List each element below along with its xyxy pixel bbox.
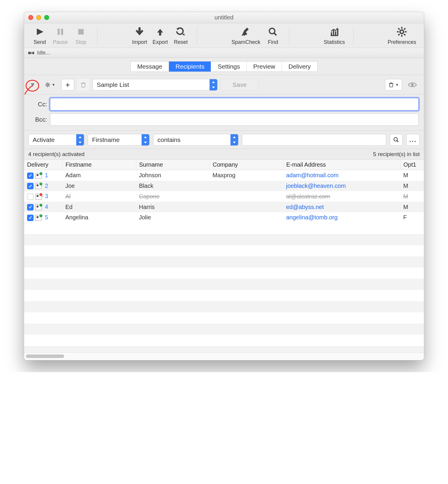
table-row[interactable]: 3AlCaponeal@alcatraz.comM xyxy=(24,191,424,202)
stop-button[interactable]: Stop xyxy=(71,25,91,45)
tab-preview[interactable]: Preview xyxy=(247,62,282,72)
surname-cell: Jolie xyxy=(136,212,210,223)
svg-point-10 xyxy=(411,83,414,86)
company-cell xyxy=(210,202,283,212)
opt1-cell: M xyxy=(400,191,424,202)
opt1-cell: M xyxy=(400,181,424,191)
filter-op-select[interactable]: contains xyxy=(153,134,238,146)
list-name-select[interactable]: Sample List xyxy=(92,79,218,91)
row-number: 2 xyxy=(44,183,51,189)
svg-point-9 xyxy=(47,84,49,86)
add-list-button[interactable]: ＋ xyxy=(61,79,74,91)
contact-status-icon xyxy=(35,173,42,179)
cc-label: Cc: xyxy=(29,101,50,108)
cc-input[interactable] xyxy=(50,98,419,110)
email-cell[interactable]: joeblack@heaven.com xyxy=(283,181,400,191)
contact-status-icon xyxy=(35,183,42,189)
contact-status-icon xyxy=(35,215,42,221)
delivery-checkbox[interactable] xyxy=(27,204,34,210)
company-cell xyxy=(210,191,283,202)
email-cell[interactable]: al@alcatraz.com xyxy=(283,191,400,202)
play-icon xyxy=(35,25,45,39)
chart-icon xyxy=(329,25,339,39)
company-cell xyxy=(210,181,283,191)
recipients-table: DeliveryFirstnameSurnameCompanyE-mail Ad… xyxy=(24,160,424,223)
spamcheck-button[interactable]: SpamCheck xyxy=(229,25,263,45)
tab-delivery[interactable]: Delivery xyxy=(282,62,317,72)
svg-rect-1 xyxy=(61,29,63,35)
filter-more-button[interactable]: ... xyxy=(406,134,420,146)
titlebar: untitled xyxy=(24,12,424,23)
send-button[interactable]: Send xyxy=(29,25,50,45)
table-row[interactable]: 5AngelinaJolieangelina@tomb.orgF xyxy=(24,212,424,223)
toolbar-separator xyxy=(289,27,289,44)
row-number: 3 xyxy=(44,193,51,200)
status-text: Idle... xyxy=(37,50,50,56)
refresh-icon xyxy=(176,25,185,39)
horizontal-scrollbar[interactable] xyxy=(24,352,424,360)
preferences-button[interactable]: Preferences xyxy=(385,25,419,45)
scroll-thumb[interactable] xyxy=(26,354,64,358)
trash-dropdown-button[interactable]: ▼ xyxy=(385,79,402,91)
email-cell[interactable]: angelina@tomb.org xyxy=(283,212,400,223)
table-row[interactable]: 1AdamJohnsonMaxprogadam@hotmail.comM xyxy=(24,170,424,181)
tab-settings[interactable]: Settings xyxy=(211,62,247,72)
svg-point-11 xyxy=(394,137,397,141)
apply-filter-button[interactable] xyxy=(390,134,403,146)
arrow-down-icon xyxy=(135,25,144,39)
surname-cell: Black xyxy=(136,181,210,191)
delete-list-button[interactable] xyxy=(77,79,89,91)
column-header[interactable]: Company xyxy=(210,160,283,170)
svg-rect-0 xyxy=(58,29,60,35)
column-header[interactable]: Delivery xyxy=(24,160,62,170)
table-row[interactable]: 4EdHarrised@abyss.netM xyxy=(24,202,424,212)
stop-icon xyxy=(77,25,85,39)
window-title: untitled xyxy=(24,14,424,21)
firstname-cell: Adam xyxy=(62,170,136,181)
app-window: untitled Send Pause Stop xyxy=(24,12,424,360)
firstname-cell: Joe xyxy=(62,181,136,191)
bcc-input[interactable] xyxy=(50,113,419,126)
row-number: 5 xyxy=(44,214,51,221)
filter-action-select[interactable]: Activate xyxy=(28,134,84,146)
column-header[interactable]: Firstname xyxy=(62,160,136,170)
find-button[interactable]: Find xyxy=(263,25,283,45)
status-bar: Idle... xyxy=(24,48,424,58)
pause-button[interactable]: Pause xyxy=(50,25,71,45)
save-list-button[interactable]: Save xyxy=(220,79,259,91)
delivery-checkbox[interactable] xyxy=(27,193,34,200)
firstname-cell: Al xyxy=(62,191,136,202)
tab-message[interactable]: Message xyxy=(131,62,169,72)
disclosure-button[interactable]: ▼ xyxy=(26,79,39,91)
filter-value-input[interactable] xyxy=(242,134,386,146)
svg-point-4 xyxy=(400,30,404,34)
export-button[interactable]: Export xyxy=(150,25,170,45)
import-button[interactable]: Import xyxy=(129,25,150,45)
filter-bar: Activate Firstname contains ... xyxy=(24,131,424,149)
row-number: 1 xyxy=(44,172,51,179)
delivery-checkbox[interactable] xyxy=(27,215,34,221)
gear-dropdown-button[interactable]: ▼ xyxy=(42,79,58,91)
reset-button[interactable]: Reset xyxy=(170,25,191,45)
eye-button[interactable] xyxy=(405,79,420,91)
email-cell[interactable]: adam@hotmail.com xyxy=(283,170,400,181)
delivery-checkbox[interactable] xyxy=(27,183,34,189)
table-row[interactable]: 2JoeBlackjoeblack@heaven.comM xyxy=(24,181,424,191)
email-cell[interactable]: ed@abyss.net xyxy=(283,202,400,212)
arrow-up-icon xyxy=(156,25,165,39)
surname-cell: Johnson xyxy=(136,170,210,181)
filter-field-select[interactable]: Firstname xyxy=(88,134,150,146)
tab-recipients[interactable]: Recipients xyxy=(169,62,211,72)
column-header[interactable]: Opt1 xyxy=(400,160,424,170)
bcc-label: Bcc: xyxy=(29,116,50,123)
stepper-icon xyxy=(76,134,84,145)
column-header[interactable]: E-mail Address xyxy=(283,160,400,170)
column-header[interactable]: Surname xyxy=(136,160,210,170)
toolbar-separator xyxy=(353,27,354,44)
opt1-cell: F xyxy=(400,212,424,223)
empty-rows-area xyxy=(24,223,424,352)
delivery-checkbox[interactable] xyxy=(27,173,34,179)
statistics-button[interactable]: Statistics xyxy=(321,25,347,45)
main-toolbar: Send Pause Stop Import xyxy=(24,23,424,48)
gear-icon xyxy=(396,25,407,39)
